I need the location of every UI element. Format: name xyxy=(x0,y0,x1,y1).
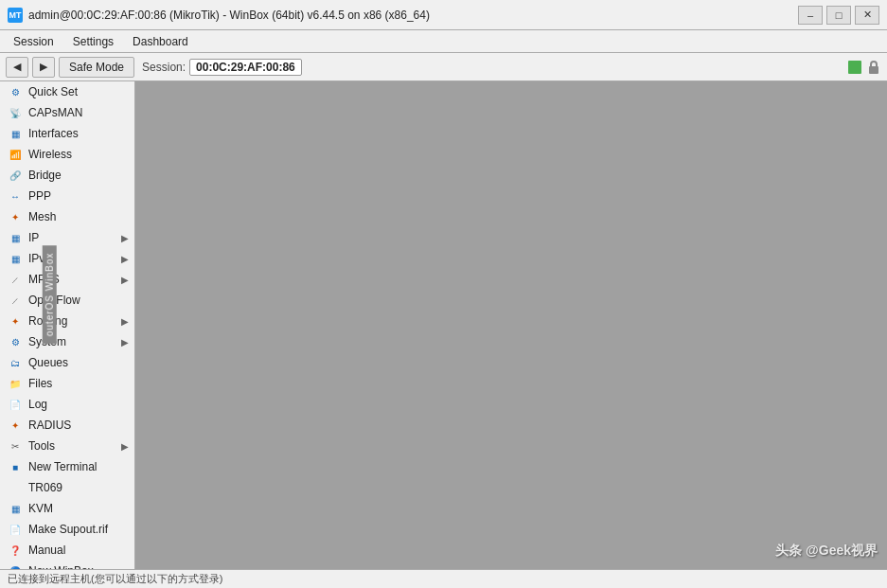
sidebar-label-radius: RADIUS xyxy=(28,419,71,432)
tools-icon: ✂ xyxy=(8,438,23,454)
sidebar-item-tr069[interactable]: TR069 xyxy=(0,477,134,498)
sidebar-item-files[interactable]: 📁Files xyxy=(0,373,134,394)
sidebar-label-interfaces: Interfaces xyxy=(28,127,79,140)
sidebar-item-make-supout[interactable]: 📄Make Supout.rif xyxy=(0,519,134,540)
interfaces-icon: ▦ xyxy=(8,126,23,141)
forward-button[interactable]: ▶ xyxy=(32,57,55,78)
title-bar: MT admin@00:0C:29:AF:00:86 (MikroTik) - … xyxy=(0,0,887,30)
sidebar-label-log: Log xyxy=(28,398,47,411)
title-controls: – □ ✕ xyxy=(798,6,879,25)
sidebar-label-capsman: CAPsMAN xyxy=(28,106,82,119)
sidebar-item-kvm[interactable]: ▦KVM xyxy=(0,498,134,519)
sidebar-item-ppp[interactable]: ↔PPP xyxy=(0,186,134,206)
sidebar-label-make-supout: Make Supout.rif xyxy=(28,523,108,536)
status-text: 已连接到远程主机(您可以通过以下的方式登录) xyxy=(8,572,222,586)
sidebar-item-mesh[interactable]: ✦Mesh xyxy=(0,206,134,227)
sidebar-label-new-terminal: New Terminal xyxy=(28,460,97,473)
sidebar-item-openflow[interactable]: ⟋OpenFlow xyxy=(0,290,134,311)
status-green-icon xyxy=(847,60,862,75)
sidebar-item-log[interactable]: 📄Log xyxy=(0,394,134,415)
arrow-icon: ▶ xyxy=(121,254,129,264)
sidebar-label-ppp: PPP xyxy=(28,189,51,203)
menu-settings[interactable]: Settings xyxy=(63,33,123,50)
toolbar: ◀ ▶ Safe Mode Session: 00:0C:29:AF:00:86 xyxy=(0,53,887,81)
toolbar-right xyxy=(847,60,881,75)
system-icon: ⚙ xyxy=(8,334,23,349)
sidebar-label-quick-set: Quick Set xyxy=(28,85,78,98)
kvm-icon: ▦ xyxy=(8,501,23,516)
ipv6-icon: ▦ xyxy=(8,251,23,266)
sidebar-label-mesh: Mesh xyxy=(28,210,56,223)
sidebar-label-kvm: KVM xyxy=(28,502,53,515)
sidebar-item-radius[interactable]: ✦RADIUS xyxy=(0,415,134,436)
capsman-icon: 📡 xyxy=(8,105,23,120)
ppp-icon: ↔ xyxy=(8,188,23,204)
status-bar: 已连接到远程主机(您可以通过以下的方式登录) xyxy=(0,569,887,588)
sidebar-label-bridge: Bridge xyxy=(28,169,62,182)
menu-dashboard[interactable]: Dashboard xyxy=(123,33,198,50)
sidebar-item-mpls[interactable]: ⟋MPLS▶ xyxy=(0,269,134,290)
routing-icon: ✦ xyxy=(8,313,23,329)
sidebar-item-interfaces[interactable]: ▦Interfaces xyxy=(0,123,134,144)
sidebar-item-ip[interactable]: ▦IP▶ xyxy=(0,227,134,248)
app-vertical-label: outerOS WinBox xyxy=(43,244,57,343)
sidebar-item-queues[interactable]: 🗂Queues xyxy=(0,352,134,373)
safe-mode-button[interactable]: Safe Mode xyxy=(59,57,134,78)
radius-icon: ✦ xyxy=(8,418,23,433)
sidebar-item-system[interactable]: ⚙System▶ xyxy=(0,331,134,352)
log-icon: 📄 xyxy=(8,397,23,412)
arrow-icon: ▶ xyxy=(121,337,129,347)
arrow-icon: ▶ xyxy=(121,233,129,243)
minimize-button[interactable]: – xyxy=(798,6,823,25)
arrow-icon: ▶ xyxy=(121,316,129,327)
sidebar-item-routing[interactable]: ✦Routing▶ xyxy=(0,311,134,331)
arrow-icon: ▶ xyxy=(121,441,129,452)
watermark-text: 头条 @Geek视界 xyxy=(775,543,878,560)
new-terminal-icon: ■ xyxy=(8,459,23,474)
window-title: admin@00:0C:29:AF:00:86 (MikroTik) - Win… xyxy=(28,9,430,22)
sidebar-label-ip: IP xyxy=(28,231,39,244)
session-label: Session: xyxy=(142,61,186,74)
mpls-icon: ⟋ xyxy=(8,272,23,287)
sidebar-item-tools[interactable]: ✂Tools▶ xyxy=(0,436,134,456)
files-icon: 📁 xyxy=(8,376,23,391)
sidebar-item-quick-set[interactable]: ⚙Quick Set xyxy=(0,81,134,102)
sidebar-item-manual[interactable]: ❓Manual xyxy=(0,540,134,561)
make-supout-icon: 📄 xyxy=(8,522,23,537)
manual-icon: ❓ xyxy=(8,543,23,558)
bridge-icon: 🔗 xyxy=(8,168,23,183)
svg-rect-0 xyxy=(848,61,861,74)
status-lock-icon xyxy=(866,60,881,75)
sidebar-label-queues: Queues xyxy=(28,356,68,369)
quick-set-icon: ⚙ xyxy=(8,84,23,99)
svg-rect-1 xyxy=(869,66,878,74)
maximize-button[interactable]: □ xyxy=(826,6,851,25)
sidebar-label-files: Files xyxy=(28,377,52,390)
ip-icon: ▦ xyxy=(8,230,23,245)
mesh-icon: ✦ xyxy=(8,209,23,224)
app-icon: MT xyxy=(8,8,23,23)
menu-bar: Session Settings Dashboard xyxy=(0,30,887,53)
sidebar-label-wireless: Wireless xyxy=(28,148,72,161)
back-button[interactable]: ◀ xyxy=(6,57,28,78)
queues-icon: 🗂 xyxy=(8,355,23,370)
menu-session[interactable]: Session xyxy=(4,33,63,50)
title-left: MT admin@00:0C:29:AF:00:86 (MikroTik) - … xyxy=(8,8,430,23)
sidebar-label-tools: Tools xyxy=(28,439,55,453)
sidebar-item-capsman[interactable]: 📡CAPsMAN xyxy=(0,102,134,123)
sidebar-item-bridge[interactable]: 🔗Bridge xyxy=(0,165,134,186)
session-value: 00:0C:29:AF:00:86 xyxy=(189,59,302,76)
sidebar-item-wireless[interactable]: 📶Wireless xyxy=(0,144,134,165)
sidebar-label-manual: Manual xyxy=(28,543,65,557)
wireless-icon: 📶 xyxy=(8,147,23,162)
main-content: outerOS WinBox ⚙Quick Set📡CAPsMAN▦Interf… xyxy=(0,81,887,588)
openflow-icon: ⟋ xyxy=(8,293,23,308)
tr069-icon xyxy=(8,480,23,495)
arrow-icon: ▶ xyxy=(121,275,129,285)
sidebar-item-ipv6[interactable]: ▦IPv6▶ xyxy=(0,248,134,269)
content-area: 头条 @Geek视界 xyxy=(135,81,887,588)
close-button[interactable]: ✕ xyxy=(855,6,879,25)
sidebar-label-tr069: TR069 xyxy=(28,481,62,494)
sidebar: ⚙Quick Set📡CAPsMAN▦Interfaces📶Wireless🔗B… xyxy=(0,81,135,588)
sidebar-item-new-terminal[interactable]: ■New Terminal xyxy=(0,456,134,477)
